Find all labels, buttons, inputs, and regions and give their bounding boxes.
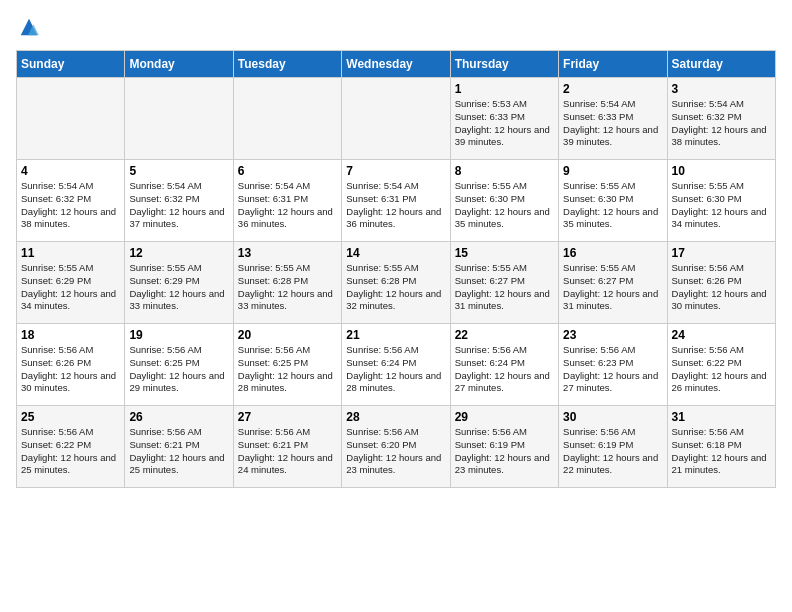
calendar-cell: 7Sunrise: 5:54 AM Sunset: 6:31 PM Daylig… (342, 160, 450, 242)
logo-icon (18, 16, 40, 38)
calendar-cell: 16Sunrise: 5:55 AM Sunset: 6:27 PM Dayli… (559, 242, 667, 324)
calendar-cell: 23Sunrise: 5:56 AM Sunset: 6:23 PM Dayli… (559, 324, 667, 406)
calendar-cell: 2Sunrise: 5:54 AM Sunset: 6:33 PM Daylig… (559, 78, 667, 160)
day-info: Sunrise: 5:56 AM Sunset: 6:19 PM Dayligh… (455, 426, 554, 477)
day-number: 9 (563, 164, 662, 178)
calendar-table: Sunday Monday Tuesday Wednesday Thursday… (16, 50, 776, 488)
day-info: Sunrise: 5:53 AM Sunset: 6:33 PM Dayligh… (455, 98, 554, 149)
day-number: 20 (238, 328, 337, 342)
page-header (16, 16, 776, 38)
calendar-cell: 4Sunrise: 5:54 AM Sunset: 6:32 PM Daylig… (17, 160, 125, 242)
calendar-cell: 13Sunrise: 5:55 AM Sunset: 6:28 PM Dayli… (233, 242, 341, 324)
day-info: Sunrise: 5:56 AM Sunset: 6:25 PM Dayligh… (129, 344, 228, 395)
day-number: 16 (563, 246, 662, 260)
day-number: 11 (21, 246, 120, 260)
day-info: Sunrise: 5:56 AM Sunset: 6:19 PM Dayligh… (563, 426, 662, 477)
calendar-cell (125, 78, 233, 160)
calendar-cell: 14Sunrise: 5:55 AM Sunset: 6:28 PM Dayli… (342, 242, 450, 324)
day-info: Sunrise: 5:55 AM Sunset: 6:28 PM Dayligh… (346, 262, 445, 313)
day-info: Sunrise: 5:56 AM Sunset: 6:21 PM Dayligh… (129, 426, 228, 477)
day-info: Sunrise: 5:55 AM Sunset: 6:29 PM Dayligh… (129, 262, 228, 313)
calendar-cell: 8Sunrise: 5:55 AM Sunset: 6:30 PM Daylig… (450, 160, 558, 242)
calendar-cell (342, 78, 450, 160)
calendar-cell: 18Sunrise: 5:56 AM Sunset: 6:26 PM Dayli… (17, 324, 125, 406)
day-number: 7 (346, 164, 445, 178)
day-number: 5 (129, 164, 228, 178)
day-number: 17 (672, 246, 771, 260)
calendar-cell: 15Sunrise: 5:55 AM Sunset: 6:27 PM Dayli… (450, 242, 558, 324)
day-number: 15 (455, 246, 554, 260)
day-number: 8 (455, 164, 554, 178)
calendar-cell: 3Sunrise: 5:54 AM Sunset: 6:32 PM Daylig… (667, 78, 775, 160)
calendar-cell: 30Sunrise: 5:56 AM Sunset: 6:19 PM Dayli… (559, 406, 667, 488)
day-info: Sunrise: 5:56 AM Sunset: 6:20 PM Dayligh… (346, 426, 445, 477)
day-number: 30 (563, 410, 662, 424)
day-info: Sunrise: 5:54 AM Sunset: 6:33 PM Dayligh… (563, 98, 662, 149)
day-number: 14 (346, 246, 445, 260)
header-thursday: Thursday (450, 51, 558, 78)
day-info: Sunrise: 5:55 AM Sunset: 6:28 PM Dayligh… (238, 262, 337, 313)
calendar-cell: 11Sunrise: 5:55 AM Sunset: 6:29 PM Dayli… (17, 242, 125, 324)
day-info: Sunrise: 5:54 AM Sunset: 6:32 PM Dayligh… (129, 180, 228, 231)
calendar-cell: 20Sunrise: 5:56 AM Sunset: 6:25 PM Dayli… (233, 324, 341, 406)
calendar-cell: 5Sunrise: 5:54 AM Sunset: 6:32 PM Daylig… (125, 160, 233, 242)
day-number: 25 (21, 410, 120, 424)
day-info: Sunrise: 5:55 AM Sunset: 6:30 PM Dayligh… (455, 180, 554, 231)
calendar-cell: 25Sunrise: 5:56 AM Sunset: 6:22 PM Dayli… (17, 406, 125, 488)
day-number: 24 (672, 328, 771, 342)
calendar-cell: 17Sunrise: 5:56 AM Sunset: 6:26 PM Dayli… (667, 242, 775, 324)
header-monday: Monday (125, 51, 233, 78)
day-number: 22 (455, 328, 554, 342)
calendar-week-row: 4Sunrise: 5:54 AM Sunset: 6:32 PM Daylig… (17, 160, 776, 242)
day-number: 13 (238, 246, 337, 260)
calendar-cell: 9Sunrise: 5:55 AM Sunset: 6:30 PM Daylig… (559, 160, 667, 242)
day-number: 2 (563, 82, 662, 96)
day-info: Sunrise: 5:55 AM Sunset: 6:30 PM Dayligh… (563, 180, 662, 231)
day-number: 26 (129, 410, 228, 424)
day-info: Sunrise: 5:55 AM Sunset: 6:30 PM Dayligh… (672, 180, 771, 231)
day-number: 18 (21, 328, 120, 342)
calendar-cell: 12Sunrise: 5:55 AM Sunset: 6:29 PM Dayli… (125, 242, 233, 324)
calendar-cell: 1Sunrise: 5:53 AM Sunset: 6:33 PM Daylig… (450, 78, 558, 160)
day-number: 28 (346, 410, 445, 424)
day-info: Sunrise: 5:56 AM Sunset: 6:22 PM Dayligh… (672, 344, 771, 395)
day-number: 19 (129, 328, 228, 342)
day-number: 10 (672, 164, 771, 178)
calendar-cell: 6Sunrise: 5:54 AM Sunset: 6:31 PM Daylig… (233, 160, 341, 242)
day-info: Sunrise: 5:56 AM Sunset: 6:22 PM Dayligh… (21, 426, 120, 477)
header-friday: Friday (559, 51, 667, 78)
calendar-cell: 31Sunrise: 5:56 AM Sunset: 6:18 PM Dayli… (667, 406, 775, 488)
day-number: 31 (672, 410, 771, 424)
header-sunday: Sunday (17, 51, 125, 78)
day-info: Sunrise: 5:56 AM Sunset: 6:26 PM Dayligh… (672, 262, 771, 313)
day-info: Sunrise: 5:55 AM Sunset: 6:29 PM Dayligh… (21, 262, 120, 313)
header-saturday: Saturday (667, 51, 775, 78)
calendar-cell: 21Sunrise: 5:56 AM Sunset: 6:24 PM Dayli… (342, 324, 450, 406)
calendar-week-row: 1Sunrise: 5:53 AM Sunset: 6:33 PM Daylig… (17, 78, 776, 160)
calendar-cell: 28Sunrise: 5:56 AM Sunset: 6:20 PM Dayli… (342, 406, 450, 488)
calendar-cell: 29Sunrise: 5:56 AM Sunset: 6:19 PM Dayli… (450, 406, 558, 488)
header-tuesday: Tuesday (233, 51, 341, 78)
day-info: Sunrise: 5:56 AM Sunset: 6:26 PM Dayligh… (21, 344, 120, 395)
calendar-week-row: 25Sunrise: 5:56 AM Sunset: 6:22 PM Dayli… (17, 406, 776, 488)
calendar-week-row: 18Sunrise: 5:56 AM Sunset: 6:26 PM Dayli… (17, 324, 776, 406)
weekday-header-row: Sunday Monday Tuesday Wednesday Thursday… (17, 51, 776, 78)
logo (16, 16, 40, 38)
calendar-cell: 26Sunrise: 5:56 AM Sunset: 6:21 PM Dayli… (125, 406, 233, 488)
day-info: Sunrise: 5:56 AM Sunset: 6:18 PM Dayligh… (672, 426, 771, 477)
calendar-week-row: 11Sunrise: 5:55 AM Sunset: 6:29 PM Dayli… (17, 242, 776, 324)
day-info: Sunrise: 5:56 AM Sunset: 6:25 PM Dayligh… (238, 344, 337, 395)
calendar-cell: 19Sunrise: 5:56 AM Sunset: 6:25 PM Dayli… (125, 324, 233, 406)
day-info: Sunrise: 5:56 AM Sunset: 6:24 PM Dayligh… (455, 344, 554, 395)
calendar-cell: 22Sunrise: 5:56 AM Sunset: 6:24 PM Dayli… (450, 324, 558, 406)
day-info: Sunrise: 5:54 AM Sunset: 6:31 PM Dayligh… (238, 180, 337, 231)
day-number: 29 (455, 410, 554, 424)
day-info: Sunrise: 5:55 AM Sunset: 6:27 PM Dayligh… (563, 262, 662, 313)
day-number: 1 (455, 82, 554, 96)
day-number: 3 (672, 82, 771, 96)
calendar-cell: 24Sunrise: 5:56 AM Sunset: 6:22 PM Dayli… (667, 324, 775, 406)
day-info: Sunrise: 5:54 AM Sunset: 6:32 PM Dayligh… (21, 180, 120, 231)
calendar-cell (17, 78, 125, 160)
day-info: Sunrise: 5:54 AM Sunset: 6:32 PM Dayligh… (672, 98, 771, 149)
day-number: 27 (238, 410, 337, 424)
